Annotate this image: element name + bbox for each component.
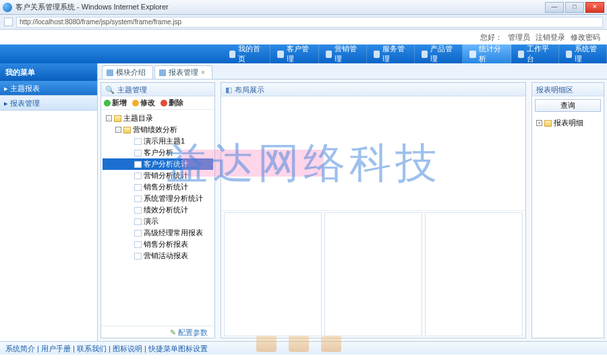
detail-tree: + 报表明细 (532, 115, 604, 131)
admin-link[interactable]: 管理员 (508, 32, 530, 42)
tree-node[interactable]: 营销活动报表 (103, 250, 213, 262)
subject-tree: -主题目录-营销绩效分析演示用主题1客户分析客户分析统计营销分析统计销售分析统计… (101, 110, 214, 326)
sidebar: 我的菜单 ▸ 主题报表▸ 报表管理 (0, 63, 98, 341)
file-icon (134, 173, 142, 179)
tree-node[interactable]: 营销分析统计 (103, 170, 213, 181)
tree-node[interactable]: -主题目录 (103, 113, 213, 124)
tree-node[interactable]: -营销绩效分析 (103, 124, 213, 135)
maximize-button[interactable]: □ (565, 2, 584, 13)
pencil-icon: ✎ (170, 328, 176, 336)
tab-close-icon[interactable]: × (201, 66, 205, 79)
taskbar-icons (256, 336, 341, 352)
layout-icon: ◧ (225, 83, 232, 96)
file-icon (134, 241, 142, 248)
nav-icon (422, 51, 428, 58)
file-icon (134, 195, 142, 202)
footer-link[interactable]: 图标说明 (113, 344, 142, 353)
tree-node[interactable]: 客户分析统计 (103, 158, 213, 170)
file-icon (134, 218, 142, 225)
app-favicon-icon (3, 3, 12, 12)
add-icon (104, 100, 111, 107)
nav-item[interactable]: 统计分析 (463, 44, 511, 63)
file-icon (134, 253, 142, 260)
tree-node[interactable]: 销售分析报表 (103, 239, 213, 250)
tree-node[interactable]: 演示用主题1 (103, 135, 213, 147)
edit-icon (132, 100, 139, 107)
tree-node[interactable]: 演示 (103, 216, 213, 227)
nav-icon (469, 51, 475, 58)
window-title: 客户关系管理系统 - Windows Internet Explorer (16, 2, 544, 12)
chart-main (221, 96, 525, 211)
sidebar-title: 我的菜单 (0, 63, 97, 81)
nav-item[interactable]: 我的首页 (223, 44, 270, 63)
query-button[interactable]: 查询 (535, 99, 601, 112)
top-links: 您好： 管理员 注销登录 修改密码 (0, 30, 607, 44)
nav-icon (374, 51, 380, 58)
delete-button[interactable]: 删除 (161, 98, 183, 108)
footer-link[interactable]: 联系我们 (77, 344, 107, 353)
sidebar-section[interactable]: ▸ 主题报表 (0, 81, 97, 96)
file-icon (134, 138, 142, 145)
delete-icon (161, 100, 167, 107)
tree-node[interactable]: 系统管理分析统计 (103, 193, 213, 204)
url-input[interactable] (16, 17, 603, 28)
nav-icon (326, 51, 332, 58)
page-icon (4, 18, 13, 26)
folder-icon (544, 120, 552, 127)
file-icon (134, 184, 142, 191)
edit-button[interactable]: 修改 (132, 98, 155, 108)
tab-icon (159, 69, 166, 76)
detail-panel: 报表明细区 查询 + 报表明细 (531, 82, 604, 338)
folder-icon (123, 127, 131, 133)
subject-panel-title: 主题管理 (117, 83, 147, 96)
nav-item[interactable]: 产品管理 (415, 44, 463, 63)
nav-icon (277, 51, 283, 58)
nav-item[interactable]: 服务管理 (367, 44, 415, 63)
nav-icon (566, 51, 572, 58)
tab[interactable]: 报表管理 × (154, 65, 212, 79)
nav-icon (229, 51, 235, 58)
detail-tree-root[interactable]: + 报表明细 (535, 117, 601, 129)
minimize-button[interactable]: — (545, 2, 564, 13)
nav-item[interactable]: 客户管理 (270, 44, 318, 63)
main-nav: 我的首页客户管理营销管理服务管理产品管理统计分析工作平台系统管理 (0, 44, 607, 63)
nav-item[interactable]: 营销管理 (319, 44, 367, 63)
footer-link[interactable]: 用户手册 (41, 344, 71, 353)
file-icon (134, 161, 142, 168)
greeting-label: 您好： (480, 32, 502, 42)
layout-panel-title: 布局展示 (235, 83, 264, 96)
footer-link[interactable]: 系统简介 (5, 344, 35, 353)
layout-panel: ◧布局展示 (221, 82, 526, 338)
detail-panel-title: 报表明细区 (532, 83, 604, 96)
chart-small-2 (324, 212, 422, 336)
tab-strip: 模块介绍报表管理 × (98, 63, 607, 80)
file-icon (134, 230, 142, 237)
main-area: 模块介绍报表管理 × 🔍主题管理 新增 修改 删除 -主题目录-营销绩效分析演示… (98, 63, 607, 341)
expand-icon[interactable]: - (106, 115, 112, 121)
tree-node[interactable]: 高级经理常用报表 (103, 227, 213, 239)
file-icon (134, 150, 142, 156)
add-button[interactable]: 新增 (104, 98, 127, 108)
logout-link[interactable]: 注销登录 (536, 32, 565, 42)
chart-small-1 (224, 212, 322, 336)
tree-node[interactable]: 客户分析 (103, 147, 213, 158)
tab-icon (107, 69, 113, 76)
tree-node[interactable]: 绩效分析统计 (103, 204, 213, 216)
tab[interactable]: 模块介绍 (102, 65, 153, 79)
sidebar-section[interactable]: ▸ 报表管理 (0, 96, 97, 111)
tree-node[interactable]: 销售分析统计 (103, 181, 213, 193)
nav-item[interactable]: 系统管理 (559, 44, 607, 63)
config-link[interactable]: ✎ 配置参数 (101, 326, 214, 338)
file-icon (134, 207, 142, 214)
nav-item[interactable]: 工作平台 (511, 44, 559, 63)
subject-panel: 🔍主题管理 新增 修改 删除 -主题目录-营销绩效分析演示用主题1客户分析客户分… (100, 82, 215, 338)
footer-link[interactable]: 快捷菜单图标设置 (148, 344, 208, 353)
expand-icon[interactable]: - (115, 127, 121, 133)
close-button[interactable]: ✕ (585, 2, 604, 13)
search-icon: 🔍 (105, 83, 115, 96)
nav-icon (518, 51, 524, 58)
folder-icon (114, 115, 121, 122)
changepwd-link[interactable]: 修改密码 (571, 32, 600, 42)
subject-toolbar: 新增 修改 删除 (101, 96, 214, 110)
expand-icon[interactable]: + (536, 120, 542, 126)
